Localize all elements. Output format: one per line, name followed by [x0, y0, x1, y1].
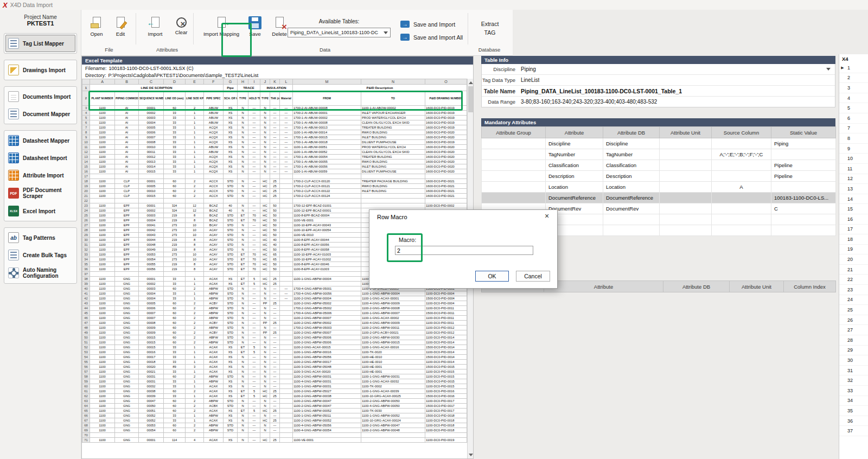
cell[interactable]: 1100 — [90, 296, 115, 301]
cell[interactable]: STD — [224, 247, 238, 252]
cell[interactable]: 1100-1-GNG-ACAX-00001 — [361, 296, 425, 301]
cell[interactable] — [280, 394, 293, 399]
cell[interactable]: 33 — [164, 394, 186, 399]
cell[interactable]: 1100-DC0-PID-0015 — [425, 384, 467, 389]
cell[interactable]: N — [260, 150, 270, 155]
cell[interactable]: 1100 — [90, 203, 115, 208]
cell[interactable]: 60 — [164, 335, 186, 340]
data-row[interactable]: 511100GNG00015602ABPWSTDN—N—1100-2-GNG-A… — [82, 340, 467, 345]
cell[interactable]: 1100-HE-0010 — [361, 355, 425, 360]
cell[interactable]: — — [280, 160, 293, 164]
cell[interactable]: HC — [260, 218, 270, 223]
cell[interactable]: GNG — [115, 350, 139, 355]
cell[interactable] — [280, 247, 293, 252]
cell[interactable]: ACQX — [204, 130, 224, 135]
cell[interactable] — [280, 199, 293, 203]
cell[interactable]: — — [270, 130, 280, 135]
data-row[interactable]: 431100GNG00005602ACBYSTDN—PP251100-2-GNG… — [82, 301, 467, 306]
cell[interactable]: N — [260, 125, 270, 130]
cell[interactable]: 219 — [164, 262, 186, 267]
cell[interactable] — [280, 369, 293, 374]
attribute-row[interactable]: DescriptionDescriptionPipeline — [482, 171, 836, 182]
cell[interactable]: ACAX — [204, 365, 224, 369]
open-button[interactable]: Open — [86, 16, 107, 37]
cell[interactable]: 1100 — [90, 262, 115, 267]
cell[interactable]: GNG — [115, 409, 139, 413]
strip-row[interactable]: 33 — [839, 386, 868, 396]
cell[interactable]: GNG — [115, 286, 139, 291]
cell[interactable]: 20 — [82, 189, 90, 194]
data-row[interactable]: 111100AI00010331ABUWXSN—N——1100-1-AI-ABU… — [82, 145, 467, 150]
cell[interactable]: 1100 — [90, 208, 115, 213]
cell[interactable]: STD — [224, 184, 238, 189]
attribute-row[interactable]: DocumentReferenceDocumentReference100183… — [482, 193, 836, 203]
cell[interactable]: — — [270, 399, 280, 404]
cell[interactable]: GNG — [115, 340, 139, 345]
cell[interactable] — [771, 214, 836, 225]
cell[interactable]: XS — [224, 409, 238, 413]
cell[interactable]: — — [248, 194, 260, 199]
cell[interactable]: ACAY — [204, 228, 224, 233]
cell[interactable]: 33 — [164, 277, 186, 282]
cell[interactable] — [839, 244, 846, 254]
cell[interactable] — [280, 174, 293, 179]
cell[interactable]: 1100-4-GNG-ABPW-00054 — [293, 428, 361, 433]
cell[interactable]: 1100-8-EPF-ACAY-00046 — [293, 262, 361, 267]
cell[interactable]: 8 — [186, 262, 204, 267]
cell[interactable]: — — [248, 155, 260, 160]
cell[interactable]: GNG — [115, 345, 139, 350]
cell[interactable]: 60 — [164, 330, 186, 335]
cell[interactable]: 1100-4-GNG-ABPW-00009 — [361, 321, 425, 326]
cell[interactable]: 1100-1-AI-ABUW-00059 — [293, 169, 361, 174]
cell[interactable]: 1100-DC0-PID-0014 — [425, 360, 467, 365]
cell[interactable]: 1600-DC0-PID-0020 — [425, 164, 467, 169]
cell[interactable]: N — [238, 203, 248, 208]
cell[interactable] — [839, 163, 846, 174]
cell[interactable]: 00008 — [139, 140, 164, 145]
cell[interactable]: — — [248, 179, 260, 184]
cell[interactable]: 37 — [82, 272, 90, 277]
cell[interactable]: N — [260, 311, 270, 316]
cell[interactable]: 89 — [164, 365, 186, 369]
cell[interactable]: 1100 — [90, 194, 115, 199]
cell[interactable]: XS — [224, 355, 238, 360]
cell[interactable]: 33 — [164, 413, 186, 418]
cell[interactable]: 1 — [186, 164, 204, 169]
cell[interactable]: 26 — [82, 218, 90, 223]
cell[interactable]: 70 — [248, 213, 260, 218]
cell[interactable]: XS — [224, 369, 238, 374]
cell[interactable]: GNG — [115, 316, 139, 321]
data-row[interactable]: 471100GNG00008602ACBYSTDN—PP251100-2-GNG… — [82, 321, 467, 326]
cell[interactable]: 00041 — [139, 223, 164, 228]
strip-row[interactable]: 8 — [839, 133, 868, 144]
cell[interactable] — [280, 404, 293, 409]
data-row[interactable]: 481100GNG00009602ABPWSTDN—N—1700-2-GNG-A… — [82, 326, 467, 330]
cell[interactable]: — — [248, 355, 260, 360]
cell[interactable]: 60 — [164, 428, 186, 433]
cell[interactable] — [280, 267, 293, 272]
cell[interactable]: N — [238, 399, 248, 404]
cell[interactable]: — — [248, 164, 260, 169]
cell[interactable]: 1100 — [90, 350, 115, 355]
cell[interactable]: STD — [224, 189, 238, 194]
cell[interactable]: GNG — [115, 326, 139, 330]
cell[interactable]: BCAZ — [204, 218, 224, 223]
cell[interactable]: — — [270, 413, 280, 418]
strip-row[interactable]: 28 — [839, 335, 868, 346]
cell[interactable]: — — [270, 106, 280, 111]
cell[interactable]: N — [238, 418, 248, 423]
cell[interactable]: PROD WATER/GLYCOL EXCH — [361, 116, 425, 120]
cell[interactable]: 18 — [82, 179, 90, 184]
strip-row[interactable]: 17 — [839, 224, 868, 234]
cell[interactable] — [248, 174, 260, 179]
cell[interactable]: 1100 — [90, 330, 115, 335]
cell[interactable]: 1100-1-GNG-ABPW-00016 — [293, 350, 361, 355]
cell[interactable] — [280, 379, 293, 384]
cell[interactable]: 00002 — [139, 111, 164, 116]
cell[interactable]: ABPW — [204, 296, 224, 301]
cell[interactable]: 1100-8-EPF-ACAY-00056 — [293, 243, 361, 247]
cell[interactable]: 1100-DC0-PID-0019 — [425, 438, 467, 443]
cell[interactable]: HC — [260, 277, 270, 282]
cell[interactable]: 1100-10-EPF-ACAY-01002 — [293, 257, 361, 262]
cell[interactable]: 2 — [186, 404, 204, 409]
